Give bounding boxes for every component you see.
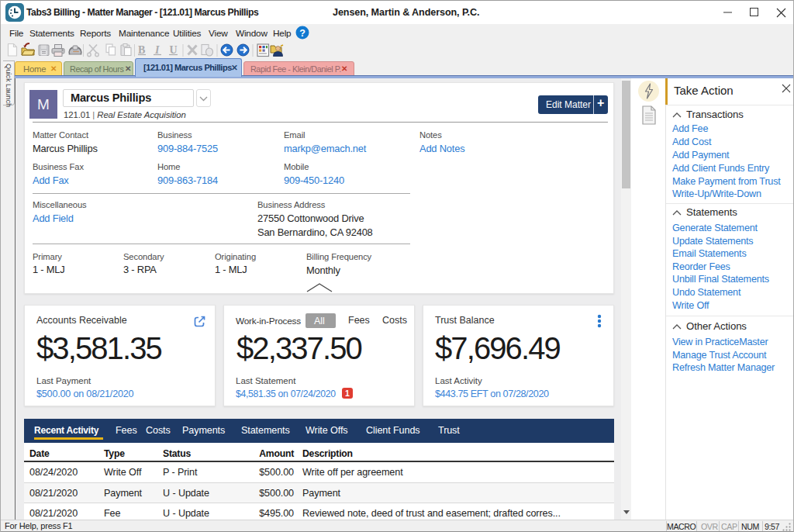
svg-text:I: I — [154, 44, 160, 56]
svg-text:U: U — [170, 44, 178, 56]
svg-text:B: B — [138, 44, 145, 56]
svg-text:?: ? — [299, 28, 306, 39]
